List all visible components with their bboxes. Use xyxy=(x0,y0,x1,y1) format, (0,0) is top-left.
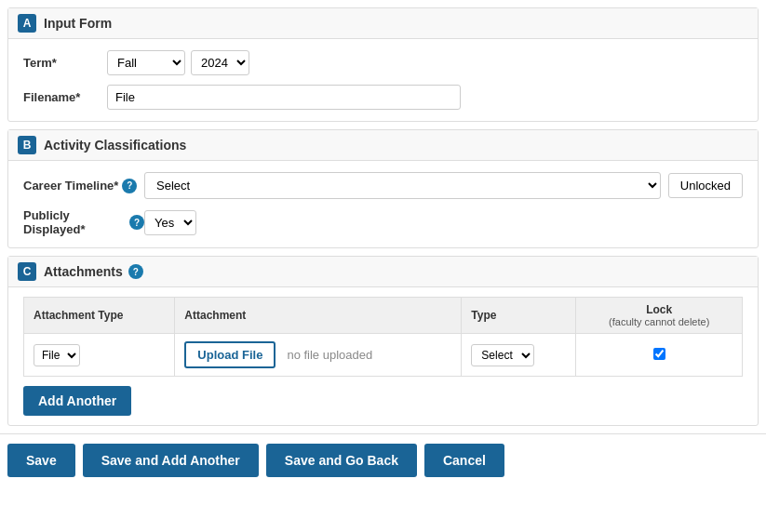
attachments-table: Attachment Type Attachment Type Lock (fa… xyxy=(23,297,743,377)
career-timeline-row: Career Timeline* ? Select Unlocked xyxy=(23,172,743,199)
cell-attachment: Upload File no file uploaded xyxy=(175,334,462,377)
type-select[interactable]: Select xyxy=(471,344,534,366)
term-year-select[interactable]: 2022 2023 2024 2025 xyxy=(191,50,249,75)
file-type-select[interactable]: File xyxy=(34,344,80,366)
cell-lock xyxy=(576,334,743,377)
section-b: B Activity Classifications Career Timeli… xyxy=(7,129,759,248)
career-timeline-select[interactable]: Select xyxy=(144,172,661,199)
section-b-body: Career Timeline* ? Select Unlocked Publi… xyxy=(8,161,758,247)
publicly-select[interactable]: Yes No xyxy=(144,210,196,235)
section-a: A Input Form Term* Fall Spring Summer 20… xyxy=(7,7,759,122)
col-attachment-type: Attachment Type xyxy=(24,298,175,334)
no-file-text: no file uploaded xyxy=(287,348,372,362)
col-lock: Lock (faculty cannot delete) xyxy=(576,298,743,334)
unlocked-button[interactable]: Unlocked xyxy=(668,173,743,198)
career-select-wrapper: Select Unlocked xyxy=(144,172,743,199)
footer-bar: Save Save and Add Another Save and Go Ba… xyxy=(0,433,766,486)
section-a-title: Input Form xyxy=(44,16,112,31)
cell-type: Select xyxy=(462,334,576,377)
add-another-button[interactable]: Add Another xyxy=(23,386,131,416)
publicly-label-group: Publicly Displayed* ? xyxy=(23,208,144,236)
attachment-cell-content: Upload File no file uploaded xyxy=(184,341,451,368)
table-row: File Upload File no file uploaded Select xyxy=(24,334,743,377)
lock-checkbox[interactable] xyxy=(653,348,665,360)
lock-header-sub: (faculty cannot delete) xyxy=(585,316,732,327)
publicly-displayed-row: Publicly Displayed* ? Yes No xyxy=(23,208,743,236)
section-a-badge: A xyxy=(18,14,36,33)
filename-label: Filename* xyxy=(23,90,107,104)
term-inputs: Fall Spring Summer 2022 2023 2024 2025 xyxy=(107,50,249,75)
upload-file-button[interactable]: Upload File xyxy=(184,341,275,368)
term-row: Term* Fall Spring Summer 2022 2023 2024 … xyxy=(23,50,743,75)
attachments-help-icon[interactable]: ? xyxy=(128,264,143,279)
section-a-header: A Input Form xyxy=(8,8,758,39)
section-b-header: B Activity Classifications xyxy=(8,130,758,161)
career-timeline-label-group: Career Timeline* ? xyxy=(23,179,144,193)
section-b-title: Activity Classifications xyxy=(44,138,186,153)
career-timeline-help-icon[interactable]: ? xyxy=(122,179,137,193)
save-button[interactable]: Save xyxy=(7,444,75,477)
col-type: Type xyxy=(462,298,576,334)
save-add-another-button[interactable]: Save and Add Another xyxy=(83,444,259,477)
cancel-button[interactable]: Cancel xyxy=(424,444,504,477)
publicly-label: Publicly Displayed* xyxy=(23,208,126,236)
lock-header-main: Lock xyxy=(585,303,732,316)
section-b-badge: B xyxy=(18,136,36,154)
section-c-body: Attachment Type Attachment Type Lock (fa… xyxy=(8,287,758,425)
career-timeline-label: Career Timeline* xyxy=(23,179,118,193)
save-go-back-button[interactable]: Save and Go Back xyxy=(266,444,417,477)
section-a-body: Term* Fall Spring Summer 2022 2023 2024 … xyxy=(8,39,758,121)
section-c-badge: C xyxy=(18,262,36,281)
section-c: C Attachments ? Attachment Type Attachme… xyxy=(7,256,759,426)
term-season-select[interactable]: Fall Spring Summer xyxy=(107,50,185,75)
filename-input[interactable] xyxy=(107,85,461,110)
publicly-help-icon[interactable]: ? xyxy=(129,215,144,230)
col-attachment: Attachment xyxy=(175,298,462,334)
file-select-wrapper: File xyxy=(34,344,165,366)
section-c-title: Attachments xyxy=(44,264,123,279)
table-header-row: Attachment Type Attachment Type Lock (fa… xyxy=(24,298,743,334)
term-label: Term* xyxy=(23,56,107,70)
filename-row: Filename* xyxy=(23,85,743,110)
section-c-header: C Attachments ? xyxy=(8,257,758,287)
cell-attachment-type: File xyxy=(24,334,175,377)
